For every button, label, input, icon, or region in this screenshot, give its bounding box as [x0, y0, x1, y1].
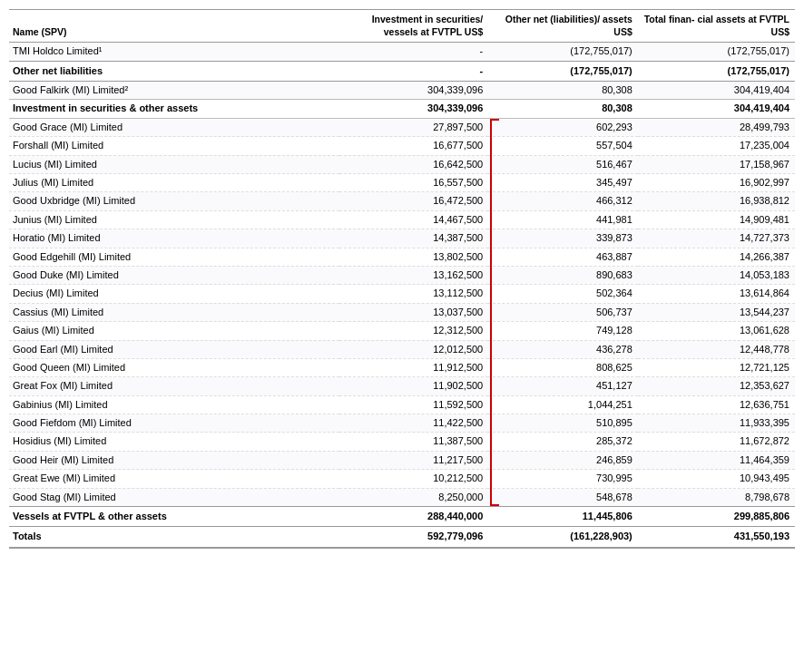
- cell-name: Good Heir (MI) Limited: [9, 451, 339, 469]
- cell-total: 11,672,872: [638, 433, 795, 451]
- cell-name: Investment in securities & other assets: [9, 100, 339, 118]
- cell-investment: 11,387,500: [339, 433, 489, 451]
- cell-total: 17,235,004: [638, 137, 795, 155]
- cell-total: 304,419,404: [638, 82, 795, 100]
- cell-other-net: 1,044,251: [488, 395, 638, 414]
- cell-name: Decius (MI) Limited: [9, 285, 339, 303]
- cell-total: 8,798,678: [638, 488, 795, 506]
- financial-table: Name (SPV) Investment in securities/ ves…: [9, 9, 795, 549]
- cell-name: Good Earl (MI) Limited: [9, 340, 339, 358]
- table-row: Good Earl (MI) Limited12,012,500436,2781…: [9, 340, 795, 358]
- cell-name: Totals: [9, 527, 339, 548]
- cell-investment: 304,339,096: [339, 82, 489, 100]
- cell-total: 12,353,627: [638, 377, 795, 395]
- cell-name: Great Ewe (MI) Limited: [9, 470, 339, 488]
- table-row: Gaius (MI) Limited12,312,500749,12813,06…: [9, 322, 795, 340]
- cell-investment: 16,472,500: [339, 192, 489, 210]
- cell-other-net: 510,895: [488, 414, 638, 433]
- cell-name: Good Fiefdom (MI) Limited: [9, 414, 339, 433]
- cell-investment: 11,902,500: [339, 377, 489, 395]
- table-row: Horatio (MI) Limited14,387,500339,87314,…: [9, 229, 795, 248]
- table-row: Totals592,779,096(161,228,903)431,550,19…: [9, 527, 795, 548]
- cell-total: (172,755,017): [638, 61, 795, 81]
- cell-total: 14,909,481: [638, 210, 795, 229]
- table-row: Hosidius (MI) Limited11,387,500285,37211…: [9, 433, 795, 451]
- cell-name: Julius (MI) Limited: [9, 174, 339, 192]
- header-name: Name (SPV): [9, 10, 339, 43]
- cell-name: Good Grace (MI) Limited: [9, 118, 339, 136]
- table-row: Vessels at FVTPL & other assets288,440,0…: [9, 507, 795, 527]
- cell-investment: 13,162,500: [339, 266, 489, 284]
- table-row: Cassius (MI) Limited13,037,500506,73713,…: [9, 303, 795, 321]
- table-row: Junius (MI) Limited14,467,500441,98114,9…: [9, 210, 795, 229]
- cell-name: Horatio (MI) Limited: [9, 229, 339, 248]
- cell-name: TMI Holdco Limited¹: [9, 43, 339, 61]
- cell-total: 14,727,373: [638, 229, 795, 248]
- cell-investment: 304,339,096: [339, 100, 489, 118]
- cell-name: Good Duke (MI) Limited: [9, 266, 339, 284]
- cell-name: Forshall (MI) Limited: [9, 137, 339, 155]
- cell-other-net: 339,873: [488, 229, 638, 248]
- cell-investment: 14,467,500: [339, 210, 489, 229]
- cell-other-net: 890,683: [488, 266, 638, 284]
- cell-total: 28,499,793: [638, 118, 795, 136]
- cell-investment: 16,642,500: [339, 155, 489, 173]
- table-row: Good Grace (MI) Limited27,897,500602,293…: [9, 118, 795, 136]
- cell-investment: 13,802,500: [339, 248, 489, 266]
- cell-other-net: (172,755,017): [488, 61, 638, 81]
- cell-investment: 10,212,500: [339, 470, 489, 488]
- cell-other-net: 246,859: [488, 451, 638, 469]
- cell-other-net: 451,127: [488, 377, 638, 395]
- cell-name: Cassius (MI) Limited: [9, 303, 339, 321]
- cell-investment: 11,217,500: [339, 451, 489, 469]
- cell-total: 299,885,806: [638, 507, 795, 527]
- cell-other-net: 345,497: [488, 174, 638, 192]
- cell-name: Lucius (MI) Limited: [9, 155, 339, 173]
- header-other-net: Other net (liabilities)/ assets US$: [488, 10, 638, 43]
- cell-other-net: 502,364: [488, 285, 638, 303]
- cell-name: Junius (MI) Limited: [9, 210, 339, 229]
- cell-total: 304,419,404: [638, 100, 795, 118]
- cell-investment: 288,440,000: [339, 507, 489, 527]
- cell-total: 11,933,395: [638, 414, 795, 433]
- cell-total: 13,061,628: [638, 322, 795, 340]
- table-row: TMI Holdco Limited¹-(172,755,017)(172,75…: [9, 43, 795, 61]
- cell-investment: 8,250,000: [339, 488, 489, 506]
- cell-other-net: 548,678: [488, 488, 638, 506]
- table-row: Good Edgehill (MI) Limited13,802,500463,…: [9, 248, 795, 266]
- cell-total: 12,636,751: [638, 395, 795, 414]
- cell-name: Great Fox (MI) Limited: [9, 377, 339, 395]
- table-row: Investment in securities & other assets3…: [9, 100, 795, 118]
- cell-other-net: 80,308: [488, 82, 638, 100]
- cell-other-net: (172,755,017): [488, 43, 638, 61]
- cell-other-net: 80,308: [488, 100, 638, 118]
- cell-name: Other net liabilities: [9, 61, 339, 81]
- table-row: Other net liabilities-(172,755,017)(172,…: [9, 61, 795, 81]
- table-row: Julius (MI) Limited16,557,500345,49716,9…: [9, 174, 795, 192]
- table-row: Good Stag (MI) Limited8,250,000548,6788,…: [9, 488, 795, 506]
- cell-total: 10,943,495: [638, 470, 795, 488]
- cell-investment: 16,557,500: [339, 174, 489, 192]
- cell-investment: 592,779,096: [339, 527, 489, 548]
- cell-other-net: 516,467: [488, 155, 638, 173]
- cell-other-net: 285,372: [488, 433, 638, 451]
- table-row: Great Ewe (MI) Limited10,212,500730,9951…: [9, 470, 795, 488]
- cell-name: Good Stag (MI) Limited: [9, 488, 339, 506]
- cell-other-net: 749,128: [488, 322, 638, 340]
- cell-total: 14,266,387: [638, 248, 795, 266]
- cell-investment: 12,312,500: [339, 322, 489, 340]
- cell-total: 12,721,125: [638, 358, 795, 376]
- table-row: Good Uxbridge (MI) Limited16,472,500466,…: [9, 192, 795, 210]
- cell-total: 12,448,778: [638, 340, 795, 358]
- header-total: Total finan- cial assets at FVTPL US$: [638, 10, 795, 43]
- cell-other-net: 436,278: [488, 340, 638, 358]
- header-investment: Investment in securities/ vessels at FVT…: [339, 10, 489, 43]
- cell-investment: 12,012,500: [339, 340, 489, 358]
- table-row: Lucius (MI) Limited16,642,500516,46717,1…: [9, 155, 795, 173]
- cell-investment: 13,112,500: [339, 285, 489, 303]
- cell-total: 14,053,183: [638, 266, 795, 284]
- cell-investment: 14,387,500: [339, 229, 489, 248]
- cell-investment: 13,037,500: [339, 303, 489, 321]
- cell-total: (172,755,017): [638, 43, 795, 61]
- cell-total: 13,614,864: [638, 285, 795, 303]
